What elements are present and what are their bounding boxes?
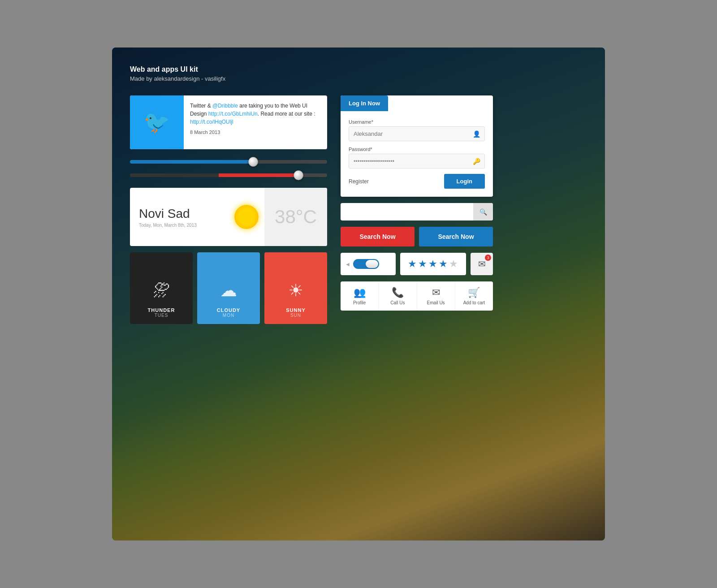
username-label: Username* [349, 119, 485, 125]
slider-red-bg[interactable] [130, 173, 327, 177]
toggle-track[interactable] [353, 259, 379, 269]
email-us-button[interactable]: ✉ Email Us [417, 281, 455, 311]
weather-temp: 38°C [275, 206, 317, 228]
search-icon: 🔍 [479, 208, 487, 216]
register-link[interactable]: Register [349, 178, 369, 185]
widgets-row: ◀ ★ ★ ★ ★ ★ ✉ 3 [341, 253, 493, 275]
star-4[interactable]: ★ [439, 258, 448, 270]
email-us-label: Email Us [427, 300, 445, 305]
cloudy-icon: ☁ [220, 281, 237, 300]
slider-red-thumb[interactable] [294, 170, 303, 180]
content-area: 🐦 Twitter & @Dribbble are taking you to … [130, 95, 587, 324]
twitter-text: Twitter & @Dribbble are taking you to th… [190, 103, 315, 125]
sliders-section [130, 156, 327, 182]
mail-widget[interactable]: ✉ 3 [471, 253, 493, 275]
toggle-widget: ◀ [341, 253, 396, 275]
search-buttons: Search Now Search Now [341, 227, 493, 246]
profile-button[interactable]: 👥 Profile [341, 281, 379, 311]
page-subtitle: Made by aleksandardesign - vasiligfx [130, 75, 587, 82]
weather-tiles: ⛈ THUNDER TUES ☁ CLOUDY MON ☀ SUNNY SUN [130, 252, 327, 324]
weather-left: Novi Sad Today, Mon, March 8th, 2013 [130, 188, 229, 246]
login-footer: Register Login [349, 174, 485, 189]
username-input-wrap: 👤 [349, 126, 485, 141]
right-column: Log In Now Username* 👤 Password* 🔑 Regis… [341, 95, 493, 324]
search-input[interactable] [341, 203, 493, 220]
twitter-date: 8 March 2013 [190, 129, 321, 136]
main-frame: Web and apps UI kit Made by aleksandarde… [112, 48, 605, 540]
call-us-button[interactable]: 📞 Call Us [379, 281, 417, 311]
cart-icon: 🛒 [468, 287, 480, 298]
weather-icon-area [229, 188, 264, 246]
left-column: 🐦 Twitter & @Dribbble are taking you to … [130, 95, 327, 324]
weather-date: Today, Mon, March 8th, 2013 [139, 223, 220, 228]
toggle-thumb [366, 260, 378, 268]
action-buttons: 👥 Profile 📞 Call Us ✉ Email Us 🛒 Add to … [341, 281, 493, 311]
profile-icon: 👥 [354, 287, 366, 298]
login-button[interactable]: Login [444, 174, 485, 189]
search-bar-wrap: 🔍 [341, 203, 493, 220]
twitter-bird-icon: 🐦 [143, 110, 170, 135]
key-icon: 🔑 [473, 158, 480, 165]
twitter-blue-bg: 🐦 [130, 95, 184, 149]
call-us-label: Call Us [390, 300, 405, 305]
search-now-blue-button[interactable]: Search Now [419, 227, 493, 246]
weather-tile-cloudy[interactable]: ☁ CLOUDY MON [197, 252, 260, 324]
weather-tile-thunder[interactable]: ⛈ THUNDER TUES [130, 252, 193, 324]
user-icon: 👤 [473, 130, 480, 138]
thunder-icon: ⛈ [153, 281, 170, 300]
add-to-cart-label: Add to cart [463, 300, 485, 305]
weather-widget: Novi Sad Today, Mon, March 8th, 2013 38°… [130, 188, 327, 246]
add-to-cart-button[interactable]: 🛒 Add to cart [455, 281, 493, 311]
star-5[interactable]: ★ [449, 258, 458, 270]
weather-tile-sunny[interactable]: ☀ SUNNY SUN [264, 252, 327, 324]
password-input-wrap: 🔑 [349, 154, 485, 169]
twitter-link-dribbble[interactable]: @Dribbble [212, 103, 238, 109]
cloudy-day: MON [223, 313, 234, 318]
email-icon: ✉ [432, 287, 440, 298]
twitter-content: Twitter & @Dribbble are taking you to th… [184, 95, 327, 149]
search-icon-button[interactable]: 🔍 [473, 203, 493, 220]
profile-label: Profile [353, 300, 366, 305]
thunder-day: TUES [155, 313, 168, 318]
page-title: Web and apps UI kit [130, 65, 587, 74]
star-3[interactable]: ★ [428, 258, 437, 270]
slider-blue-track [130, 157, 327, 166]
mail-icon: ✉ [478, 259, 486, 269]
login-body: Username* 👤 Password* 🔑 Register Login [341, 111, 493, 197]
thunder-label: THUNDER [148, 307, 175, 313]
mail-badge: 3 [485, 255, 491, 261]
twitter-link1[interactable]: http://t.co/GbLmhiUn [208, 111, 258, 117]
search-now-red-button[interactable]: Search Now [341, 227, 415, 246]
toggle-left-arrow: ◀ [346, 262, 350, 267]
sunny-day: SUN [290, 313, 301, 318]
phone-icon: 📞 [392, 287, 404, 298]
slider-red-track [130, 171, 327, 180]
password-input[interactable] [349, 154, 485, 169]
sun-icon [234, 205, 259, 229]
twitter-link2[interactable]: http://t.co/lHqOUljl [190, 119, 233, 125]
sunny-label: SUNNY [286, 307, 306, 313]
stars-widget: ★ ★ ★ ★ ★ [400, 253, 466, 275]
login-tab[interactable]: Log In Now [341, 95, 388, 111]
twitter-card: 🐦 Twitter & @Dribbble are taking you to … [130, 95, 327, 149]
cloudy-label: CLOUDY [217, 307, 240, 313]
star-2[interactable]: ★ [418, 258, 427, 270]
login-form: Log In Now Username* 👤 Password* 🔑 Regis… [341, 95, 493, 197]
slider-blue-thumb[interactable] [248, 157, 258, 167]
sunny-icon: ☀ [288, 281, 303, 300]
password-label: Password* [349, 147, 485, 152]
star-1[interactable]: ★ [408, 258, 417, 270]
slider-blue-bg[interactable] [130, 160, 327, 164]
header: Web and apps UI kit Made by aleksandarde… [130, 65, 587, 82]
weather-temp-area: 38°C [264, 188, 327, 246]
username-input[interactable] [349, 126, 485, 141]
weather-city: Novi Sad [139, 207, 220, 221]
